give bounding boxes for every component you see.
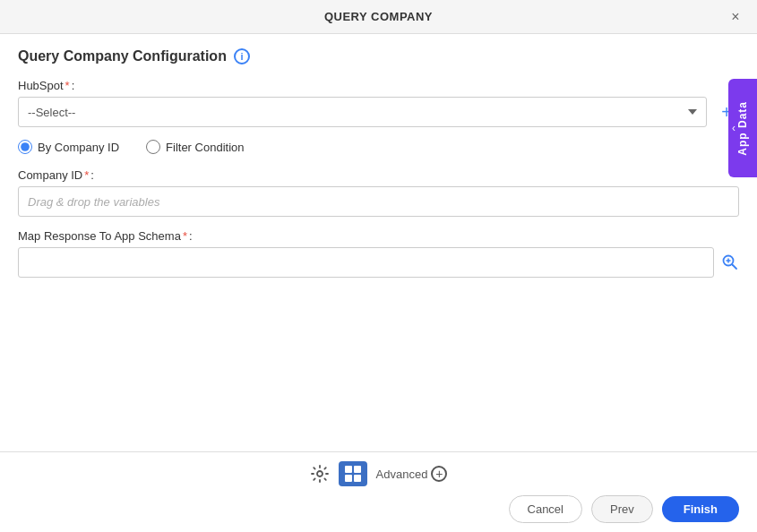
section-title-text: Query Company Configuration [18,48,227,64]
map-response-wrapper [18,247,739,278]
modal-body: ‹ App Data Query Company Configuration i… [0,34,757,451]
hubspot-field-group: HubSpot * : --Select-- + [18,79,739,127]
map-response-required-star: * [183,229,187,243]
section-title: Query Company Configuration i [18,48,739,64]
map-response-input[interactable] [18,247,714,278]
company-id-field-group: Company ID * : [18,168,739,217]
hubspot-label: HubSpot * : [18,79,739,92]
advanced-label: Advanced [376,468,428,481]
company-id-label: Company ID * : [18,168,739,182]
advanced-button[interactable]: Advanced + [376,466,448,482]
radio-filter-condition[interactable]: Filter Condition [146,140,244,154]
modal-header: QUERY COMPANY × [0,0,757,34]
gear-icon-button[interactable] [310,464,330,484]
map-response-field-group: Map Response To App Schema * : [18,229,739,278]
prev-button[interactable]: Prev [591,495,653,523]
info-icon[interactable]: i [234,48,250,64]
advanced-plus-icon: + [431,466,447,482]
cancel-button[interactable]: Cancel [509,495,582,523]
map-response-search-button[interactable] [721,253,739,271]
radio-by-company-id-label: By Company ID [38,141,119,154]
close-button[interactable]: × [725,6,746,28]
hubspot-required-star: * [65,79,70,92]
svg-rect-7 [345,475,352,482]
app-data-tab-label: App Data [736,101,749,156]
radio-filter-condition-label: Filter Condition [166,141,244,154]
app-data-tab[interactable]: ‹ App Data [728,79,757,177]
svg-rect-6 [354,466,361,473]
company-id-required-star: * [84,168,89,182]
footer-actions: Cancel Prev Finish [18,495,739,523]
modal-footer: Advanced + Cancel Prev Finish [0,451,757,532]
hubspot-select[interactable]: --Select-- [18,97,707,127]
svg-line-1 [733,265,737,270]
map-response-label: Map Response To App Schema * : [18,229,739,243]
hubspot-select-wrapper: --Select-- + [18,97,739,127]
finish-button[interactable]: Finish [662,496,739,522]
table-icon-button[interactable] [339,461,367,486]
footer-tools: Advanced + [18,461,739,486]
gear-icon [310,464,330,484]
modal-title: QUERY COMPANY [324,10,433,23]
app-data-arrow-icon: ‹ [732,122,735,134]
radio-by-company-id[interactable]: By Company ID [18,140,119,154]
table-icon [344,465,362,483]
radio-group: By Company ID Filter Condition [18,140,739,154]
svg-rect-8 [354,475,361,482]
company-id-input[interactable] [18,186,739,217]
svg-point-4 [317,471,323,476]
search-zoom-icon [721,253,739,271]
svg-rect-5 [345,466,352,473]
